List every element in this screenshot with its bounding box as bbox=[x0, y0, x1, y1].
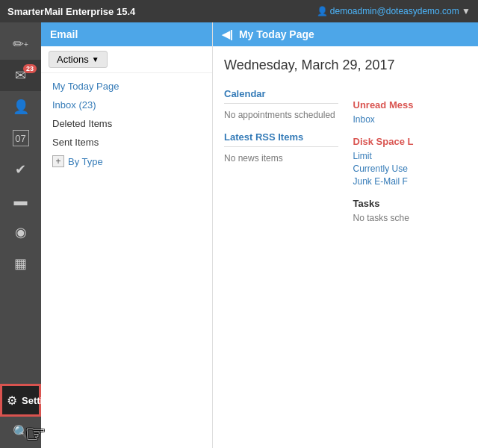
tasks-text: No tasks sche bbox=[353, 213, 468, 223]
email-panel: Email Actions ▼ My Today Page Inbox (23)… bbox=[41, 22, 213, 448]
nav-items: My Today Page Inbox (23) Deleted Items S… bbox=[41, 73, 212, 175]
sidebar-item-contacts[interactable]: 👤 bbox=[0, 91, 41, 122]
content-body: Wednesday, March 29, 2017 Calendar No ap… bbox=[213, 46, 478, 448]
date-heading: Wednesday, March 29, 2017 bbox=[224, 57, 467, 73]
reports-icon: ▦ bbox=[13, 255, 29, 272]
nav-item-sent[interactable]: Sent Items bbox=[41, 133, 212, 152]
back-icon[interactable]: ◀| bbox=[222, 28, 233, 40]
compose-icon: ✏ + bbox=[13, 36, 29, 52]
contacts-icon: 👤 bbox=[13, 99, 29, 115]
disk-limit[interactable]: Limit bbox=[353, 151, 468, 161]
right-column: Unread Mess Inbox Disk Space L Limit Cur… bbox=[353, 88, 468, 234]
unread-inbox[interactable]: Inbox bbox=[353, 114, 468, 125]
user-info: 👤 demoadmin@doteasydemo.com ▼ bbox=[317, 6, 471, 16]
disk-current[interactable]: Currently Use bbox=[353, 164, 468, 174]
calendar-title: Calendar bbox=[224, 88, 338, 104]
nav-item-by-type[interactable]: + By Type bbox=[41, 152, 212, 171]
sidebar-item-tasks[interactable]: ✔ bbox=[0, 154, 41, 185]
panel-toolbar: Actions ▼ bbox=[41, 46, 212, 73]
disk-junk[interactable]: Junk E-Mail F bbox=[353, 176, 468, 187]
main-content: ◀| My Today Page Wednesday, March 29, 20… bbox=[213, 22, 478, 448]
dropdown-arrow-icon: ▼ bbox=[92, 55, 99, 63]
sidebar-item-calendar[interactable]: 07 bbox=[0, 122, 41, 154]
actions-button[interactable]: Actions ▼ bbox=[49, 51, 108, 68]
main-layout: ✏ + ✉ 23 👤 07 ✔ ▬ ◉ ▦ ⚙ Settings ☞ bbox=[0, 22, 478, 448]
left-column: Calendar No appointments scheduled Lates… bbox=[224, 88, 338, 234]
email-panel-header: Email bbox=[41, 22, 212, 46]
add-icon: + bbox=[52, 155, 64, 167]
app-title: SmarterMail Enterprise 15.4 bbox=[7, 6, 135, 17]
top-bar: SmarterMail Enterprise 15.4 👤 demoadmin@… bbox=[0, 0, 478, 22]
tasks-title: Tasks bbox=[353, 198, 468, 209]
sidebar-item-settings[interactable]: ⚙ Settings ☞ bbox=[0, 384, 41, 417]
nav-item-inbox[interactable]: Inbox (23) bbox=[41, 96, 212, 114]
rss-icon: ◉ bbox=[13, 224, 29, 240]
nav-item-today[interactable]: My Today Page bbox=[41, 77, 212, 96]
content-header-title: My Today Page bbox=[239, 28, 314, 40]
sidebar-item-notes[interactable]: ▬ bbox=[0, 185, 41, 217]
unread-title: Unread Mess bbox=[353, 99, 468, 111]
nav-item-deleted[interactable]: Deleted Items bbox=[41, 114, 212, 133]
sidebar-item-rss[interactable]: ◉ bbox=[0, 217, 41, 248]
tasks-icon: ✔ bbox=[13, 161, 29, 178]
two-col-layout: Calendar No appointments scheduled Lates… bbox=[224, 88, 467, 234]
notes-icon: ▬ bbox=[13, 193, 29, 209]
content-header: ◀| My Today Page bbox=[213, 22, 478, 46]
calendar-icon: 07 bbox=[13, 130, 29, 146]
settings-label: Settings bbox=[22, 395, 60, 406]
rss-title: Latest RSS Items bbox=[224, 131, 338, 147]
sidebar-item-search[interactable]: 🔍 bbox=[0, 417, 41, 448]
settings-icon: ⚙ bbox=[7, 392, 17, 408]
username: demoadmin@doteasydemo.com bbox=[330, 6, 459, 16]
sidebar-item-email[interactable]: ✉ 23 bbox=[0, 60, 41, 91]
search-icon: 🔍 bbox=[13, 424, 29, 441]
sidebar-item-reports[interactable]: ▦ bbox=[0, 248, 41, 279]
rss-text: No news items bbox=[224, 153, 338, 164]
calendar-text: No appointments scheduled bbox=[224, 110, 338, 120]
disk-title: Disk Space L bbox=[353, 136, 468, 147]
sidebar-item-compose[interactable]: ✏ + bbox=[0, 28, 41, 60]
sidebar-icons: ✏ + ✉ 23 👤 07 ✔ ▬ ◉ ▦ ⚙ Settings ☞ bbox=[0, 22, 41, 448]
email-badge: 23 bbox=[23, 64, 37, 73]
